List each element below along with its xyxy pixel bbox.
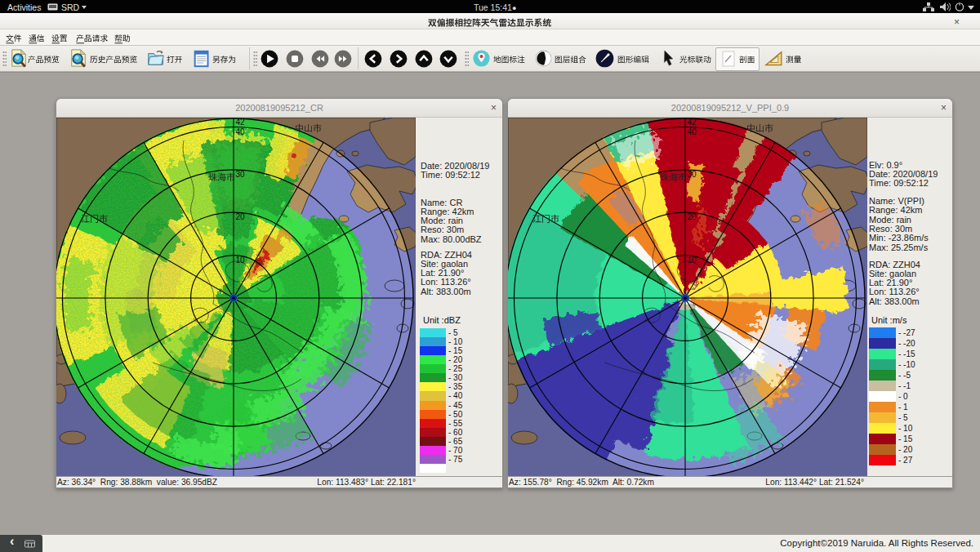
svg-text:40: 40 — [688, 127, 697, 136]
svg-text:30: 30 — [688, 170, 697, 179]
svg-text:30: 30 — [236, 170, 246, 179]
svg-text:20: 20 — [236, 212, 246, 221]
svg-text:10: 10 — [236, 256, 246, 265]
svg-text:20: 20 — [688, 212, 697, 221]
svg-text:40: 40 — [236, 127, 246, 136]
svg-text:10: 10 — [688, 256, 697, 265]
svg-text:42: 42 — [688, 118, 697, 127]
svg-text:42: 42 — [236, 118, 246, 127]
